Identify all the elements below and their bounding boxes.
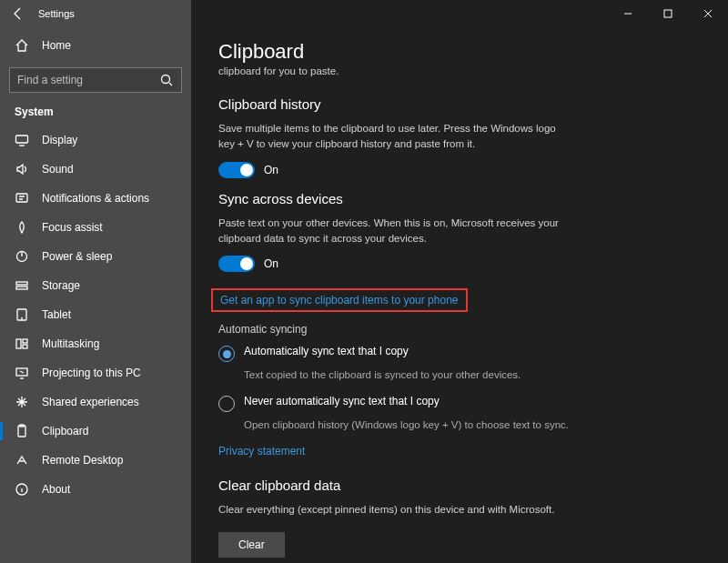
minimize-button[interactable]	[608, 0, 648, 27]
projecting-icon	[15, 366, 29, 380]
shared-icon	[15, 395, 29, 409]
sidebar-item-label: Clipboard	[42, 425, 88, 437]
search-input[interactable]	[17, 74, 159, 86]
power-icon	[15, 249, 29, 264]
svg-rect-9	[23, 339, 27, 343]
sound-icon	[15, 162, 29, 176]
sidebar-item-label: About	[42, 483, 70, 496]
sidebar-item-clipboard[interactable]: Clipboard	[0, 417, 191, 446]
back-icon[interactable]	[11, 6, 25, 21]
maximize-button[interactable]	[648, 0, 688, 27]
search-icon	[159, 73, 174, 87]
sidebar-item-notifications[interactable]: Notifications & actions	[0, 184, 191, 213]
sync-desc: Paste text on your other devices. When t…	[218, 216, 564, 247]
radio-auto-sync-label: Automatically sync text that I copy	[244, 345, 409, 357]
close-button[interactable]	[688, 0, 728, 27]
clipboard-history-toggle[interactable]	[218, 162, 255, 178]
sidebar-item-label: Projecting to this PC	[42, 367, 141, 379]
sidebar-section: System	[0, 102, 191, 126]
sidebar-item-sound[interactable]: Sound	[0, 155, 191, 184]
remote-desktop-icon	[15, 453, 29, 467]
clear-desc: Clear everything (except pinned items) o…	[218, 502, 564, 518]
sidebar: Home System Display Sound	[0, 27, 191, 563]
svg-rect-0	[664, 10, 672, 17]
svg-rect-6	[16, 287, 27, 289]
multitasking-icon	[15, 337, 29, 351]
svg-point-1	[162, 75, 170, 84]
sync-toggle[interactable]	[218, 256, 255, 272]
sidebar-item-display[interactable]: Display	[0, 126, 191, 155]
sidebar-item-label: Display	[42, 134, 77, 146]
radio-auto-sync[interactable]	[218, 346, 235, 362]
sidebar-item-label: Sound	[42, 163, 74, 176]
sidebar-item-label: Power & sleep	[42, 250, 112, 263]
content-area: Clipboard clipboard for you to paste. Cl…	[191, 27, 728, 563]
svg-rect-2	[16, 136, 28, 143]
sidebar-item-label: Shared experiences	[42, 396, 139, 408]
svg-rect-3	[16, 194, 27, 202]
notifications-icon	[15, 191, 29, 206]
radio-never-sync-label: Never automatically sync text that I cop…	[244, 395, 440, 407]
search-box[interactable]	[9, 67, 182, 93]
svg-rect-8	[16, 339, 21, 348]
home-icon	[15, 38, 29, 53]
about-icon	[15, 482, 29, 497]
sidebar-item-remote-desktop[interactable]: Remote Desktop	[0, 446, 191, 475]
sidebar-home-label: Home	[42, 39, 71, 52]
sidebar-item-multitasking[interactable]: Multitasking	[0, 329, 191, 358]
clear-heading: Clear clipboard data	[218, 478, 701, 493]
sidebar-item-label: Notifications & actions	[42, 192, 149, 205]
tablet-icon	[15, 307, 29, 322]
sidebar-item-label: Tablet	[42, 308, 71, 321]
privacy-statement-link[interactable]: Privacy statement	[218, 445, 305, 457]
sidebar-item-about[interactable]: About	[0, 475, 191, 504]
clipboard-history-heading: Clipboard history	[218, 96, 701, 112]
radio-never-sync[interactable]	[218, 396, 235, 412]
sync-heading: Sync across devices	[218, 191, 701, 206]
window-title: Settings	[38, 8, 75, 19]
clipboard-icon	[15, 424, 29, 438]
focus-assist-icon	[15, 220, 29, 235]
page-title: Clipboard	[218, 40, 701, 64]
svg-rect-5	[16, 282, 27, 285]
sidebar-item-label: Storage	[42, 279, 80, 292]
page-subtitle: clipboard for you to paste.	[218, 65, 701, 76]
highlight-annotation: Get an app to sync clipboard items to yo…	[211, 288, 468, 312]
sidebar-item-focus-assist[interactable]: Focus assist	[0, 213, 191, 242]
svg-rect-12	[18, 426, 25, 437]
sidebar-item-storage[interactable]: Storage	[0, 271, 191, 300]
sync-state: On	[264, 257, 278, 270]
get-app-link[interactable]: Get an app to sync clipboard items to yo…	[220, 294, 459, 307]
radio-never-sync-sub: Open clipboard history (Windows logo key…	[244, 417, 571, 432]
clear-button[interactable]: Clear	[218, 532, 285, 558]
titlebar: Settings	[0, 0, 728, 27]
clipboard-history-desc: Save multiple items to the clipboard to …	[218, 121, 564, 153]
svg-rect-10	[23, 345, 27, 348]
storage-icon	[15, 278, 29, 293]
sidebar-item-power-sleep[interactable]: Power & sleep	[0, 242, 191, 271]
sidebar-item-label: Remote Desktop	[42, 454, 123, 467]
display-icon	[15, 133, 29, 147]
clipboard-history-state: On	[264, 164, 278, 176]
automatic-syncing-label: Automatic syncing	[218, 323, 701, 336]
sidebar-item-label: Multitasking	[42, 337, 99, 350]
sidebar-item-tablet[interactable]: Tablet	[0, 300, 191, 329]
sidebar-item-projecting[interactable]: Projecting to this PC	[0, 358, 191, 387]
sidebar-home[interactable]: Home	[0, 31, 191, 60]
sidebar-item-shared-experiences[interactable]: Shared experiences	[0, 387, 191, 417]
sidebar-item-label: Focus assist	[42, 221, 103, 234]
radio-auto-sync-sub: Text copied to the clipboard is synced t…	[244, 367, 571, 382]
